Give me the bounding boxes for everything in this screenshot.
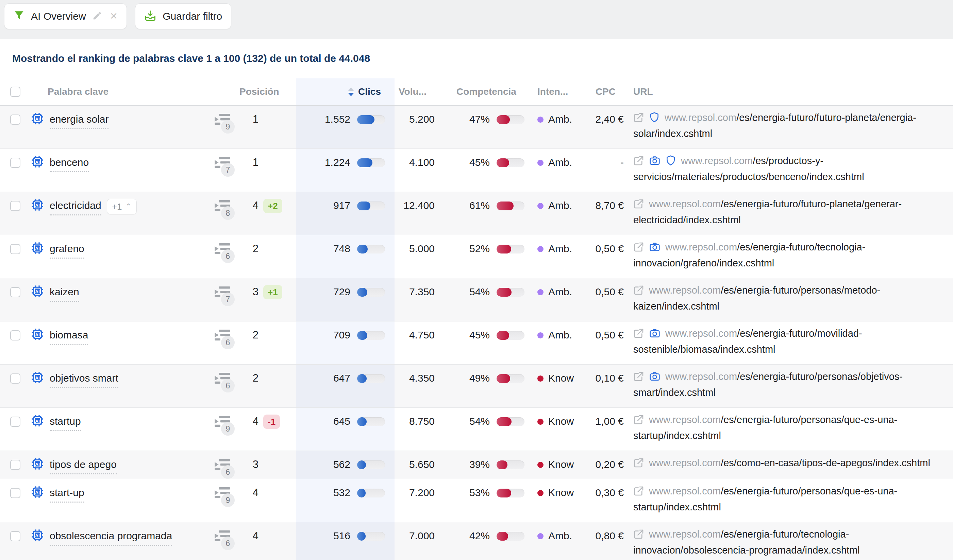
competition-bar xyxy=(497,201,525,210)
row-checkbox[interactable] xyxy=(10,373,20,384)
intent-label: Amb. xyxy=(548,528,572,543)
column-header-competition[interactable]: Competencia xyxy=(439,86,531,97)
serp-features-icon[interactable]: 9 xyxy=(214,113,230,131)
serp-features-icon[interactable]: 7 xyxy=(214,286,230,303)
serp-features-icon[interactable]: 6 xyxy=(214,329,230,347)
external-link-icon[interactable] xyxy=(633,241,644,252)
url-domain[interactable]: www.repsol.com xyxy=(649,457,721,468)
row-checkbox[interactable] xyxy=(10,114,20,125)
camera-icon[interactable] xyxy=(649,371,661,382)
keyword-link[interactable]: energia solar xyxy=(50,112,109,129)
url-domain[interactable]: www.repsol.com xyxy=(649,414,721,425)
intent-label: Know xyxy=(548,414,574,429)
url-domain[interactable]: www.repsol.com xyxy=(665,241,737,252)
intent-label: Amb. xyxy=(548,285,572,299)
row-checkbox[interactable] xyxy=(10,330,20,340)
row-checkbox[interactable] xyxy=(10,244,20,254)
external-link-icon[interactable] xyxy=(633,112,644,123)
volume-value: 4.100 xyxy=(394,149,439,192)
cpc-value: 8,70 € xyxy=(580,192,626,235)
column-header-keyword[interactable]: Palabra clave xyxy=(31,86,214,97)
serp-features-icon[interactable]: 7 xyxy=(214,156,230,174)
clicks-value: 729 xyxy=(296,285,350,299)
camera-icon[interactable] xyxy=(649,328,661,339)
keyword-link[interactable]: startup xyxy=(50,414,81,431)
url-domain[interactable]: www.repsol.com xyxy=(665,371,737,382)
camera-icon[interactable] xyxy=(649,241,661,252)
url-domain[interactable]: www.repsol.com xyxy=(681,155,753,166)
keyword-link[interactable]: start-up xyxy=(50,485,84,503)
external-link-icon[interactable] xyxy=(633,198,644,209)
intent-label: Amb. xyxy=(548,328,572,342)
clicks-value: 1.552 xyxy=(296,112,350,127)
shield-icon[interactable] xyxy=(665,155,676,166)
keyword-link[interactable]: kaizen xyxy=(50,285,79,302)
row-checkbox[interactable] xyxy=(10,488,20,498)
chevron-up-icon: ⌃ xyxy=(125,199,131,214)
url-domain[interactable]: www.repsol.com xyxy=(665,328,737,339)
url-domain[interactable]: www.repsol.com xyxy=(649,529,721,540)
url-domain[interactable]: www.repsol.com xyxy=(664,112,736,123)
url-domain[interactable]: www.repsol.com xyxy=(649,285,721,295)
remove-filter-icon[interactable]: ✕ xyxy=(110,12,118,21)
external-link-icon[interactable] xyxy=(633,285,644,295)
serp-features-icon[interactable]: 9 xyxy=(214,415,230,433)
column-header-volume[interactable]: Volu... xyxy=(394,86,439,97)
save-filter-button[interactable]: Guardar filtro xyxy=(135,3,231,29)
serp-features-icon[interactable]: 6 xyxy=(214,243,230,260)
row-checkbox[interactable] xyxy=(10,287,20,297)
url-domain[interactable]: www.repsol.com xyxy=(649,198,721,209)
url-domain[interactable]: www.repsol.com xyxy=(649,486,721,497)
table-row: AItipos de apego635625.65039%Know0,20 €w… xyxy=(0,451,953,479)
external-link-icon[interactable] xyxy=(633,529,644,540)
select-all-checkbox[interactable] xyxy=(10,87,20,97)
active-filter-chip[interactable]: AI Overview ✕ xyxy=(4,3,127,29)
column-header-cpc[interactable]: CPC xyxy=(580,86,626,97)
keyword-link[interactable]: tipos de apego xyxy=(50,457,116,474)
intent-dot xyxy=(537,533,543,539)
row-checkbox[interactable] xyxy=(10,158,20,168)
keyword-link[interactable]: electricidad xyxy=(50,198,101,215)
serp-features-icon[interactable]: 6 xyxy=(214,458,230,476)
table-row: AIbiomasa627094.75045%Amb.0,50 €www.reps… xyxy=(0,322,953,365)
serp-features-icon[interactable]: 9 xyxy=(214,487,230,504)
row-checkbox[interactable] xyxy=(10,417,20,427)
column-header-intent[interactable]: Inten... xyxy=(531,86,580,97)
serp-features-icon[interactable]: 8 xyxy=(214,200,230,217)
results-summary: Mostrando el ranking de palabras clave 1… xyxy=(12,53,370,64)
camera-icon[interactable] xyxy=(649,155,661,166)
column-header-url[interactable]: URL xyxy=(626,86,953,97)
external-link-icon[interactable] xyxy=(633,486,644,497)
url-cell: www.repsol.com/es/energia-futuro/movilid… xyxy=(626,322,953,364)
svg-text:AI: AI xyxy=(35,462,40,467)
edit-filter-icon[interactable] xyxy=(92,11,102,22)
keyword-link[interactable]: biomasa xyxy=(50,328,88,345)
row-checkbox[interactable] xyxy=(10,201,20,211)
column-header-position[interactable]: Posición xyxy=(238,86,296,97)
keyword-link[interactable]: grafeno xyxy=(50,241,84,258)
competition-value: 52% xyxy=(439,241,490,256)
ai-overview-icon: AI xyxy=(31,328,44,345)
keyword-link[interactable]: objetivos smart xyxy=(50,371,118,388)
row-checkbox[interactable] xyxy=(10,460,20,470)
serp-features-icon[interactable]: 6 xyxy=(214,530,230,548)
serp-features-count: 7 xyxy=(221,163,235,177)
external-link-icon[interactable] xyxy=(633,155,644,166)
serp-features-icon[interactable]: 6 xyxy=(214,372,230,390)
keyword-link[interactable]: benceno xyxy=(50,155,89,172)
serp-features-count: 9 xyxy=(221,120,235,133)
external-link-icon[interactable] xyxy=(633,457,644,468)
intent-dot xyxy=(537,332,543,339)
clicks-value: 1.224 xyxy=(296,155,350,170)
shield-icon[interactable] xyxy=(649,111,660,123)
clicks-value: 645 xyxy=(296,414,350,429)
keyword-group-badge[interactable]: +1⌃ xyxy=(107,199,137,214)
external-link-icon[interactable] xyxy=(633,328,644,339)
row-checkbox[interactable] xyxy=(10,531,20,541)
competition-value: 45% xyxy=(439,155,490,170)
external-link-icon[interactable] xyxy=(633,414,644,425)
url-path[interactable]: /es/como-en-casa/tipos-de-apegos/index.c… xyxy=(721,457,930,468)
external-link-icon[interactable] xyxy=(633,371,644,382)
column-header-clicks[interactable]: Clics xyxy=(296,78,394,105)
keyword-link[interactable]: obsolescencia programada xyxy=(50,528,172,546)
